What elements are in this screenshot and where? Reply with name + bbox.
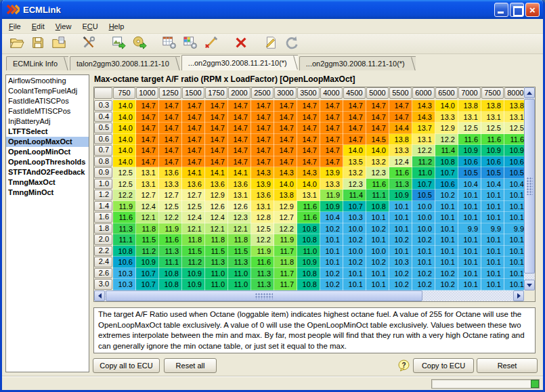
- table-cell[interactable]: 10.6: [481, 156, 504, 168]
- table-cell[interactable]: 14.7: [297, 123, 320, 134]
- table-cell[interactable]: 12.2: [435, 134, 458, 146]
- table-cell[interactable]: 11.8: [182, 234, 205, 246]
- table-cell[interactable]: 9.9: [504, 223, 524, 235]
- table-cell[interactable]: 14.3: [412, 112, 435, 123]
- table-cell[interactable]: 14.7: [159, 123, 182, 134]
- table-cell[interactable]: 11.1: [366, 190, 389, 201]
- table-cell[interactable]: 10.7: [343, 201, 366, 213]
- table-cell[interactable]: 10.4: [320, 212, 343, 223]
- table-cell[interactable]: 11.2: [136, 246, 159, 257]
- table-cell[interactable]: 13.1: [297, 190, 320, 201]
- table-cell[interactable]: 12.7: [159, 190, 182, 201]
- table-cell[interactable]: 14.7: [159, 134, 182, 146]
- table-cell[interactable]: 11.1: [113, 234, 136, 246]
- table-cell[interactable]: 14.7: [228, 123, 251, 134]
- table-cell[interactable]: 14.7: [205, 156, 228, 168]
- table-cell[interactable]: 13.9: [251, 179, 274, 190]
- help-icon[interactable]: ?: [398, 360, 410, 372]
- sidebar-item-injbatteryadj[interactable]: InjBatteryAdj: [6, 116, 89, 127]
- table-cell[interactable]: 10.1: [458, 234, 481, 246]
- table-cell[interactable]: 10.5: [412, 190, 435, 201]
- table-cell[interactable]: 10.8: [435, 156, 458, 168]
- table-cell[interactable]: 13.1: [136, 179, 159, 190]
- table-cell[interactable]: 11.3: [113, 223, 136, 235]
- table-cell[interactable]: 11.8: [274, 257, 297, 268]
- table-cell[interactable]: 14.7: [343, 123, 366, 134]
- table-cell[interactable]: 10.1: [504, 190, 524, 201]
- minimize-button[interactable]: [494, 3, 508, 17]
- row-header-3.0[interactable]: 3.0: [94, 279, 112, 290]
- column-header-750[interactable]: 750: [113, 87, 135, 99]
- column-header-7500[interactable]: 7500: [481, 87, 504, 99]
- table-cell[interactable]: 12.3: [228, 212, 251, 223]
- table-cell[interactable]: 10.1: [481, 201, 504, 213]
- table-cell[interactable]: 14.7: [297, 112, 320, 123]
- table-cell[interactable]: 10.7: [136, 268, 159, 280]
- row-header-0.6[interactable]: 0.6: [94, 134, 112, 145]
- table-cell[interactable]: 13.1: [228, 190, 251, 201]
- table-cell[interactable]: 11.0: [228, 279, 251, 290]
- table-cell[interactable]: 14.7: [205, 112, 228, 123]
- table-cell[interactable]: 10.0: [366, 246, 389, 257]
- row-header-0.7[interactable]: 0.7: [94, 145, 112, 156]
- table-cell[interactable]: 14.7: [297, 100, 320, 112]
- table-cell[interactable]: 11.8: [205, 234, 228, 246]
- table-cell[interactable]: 13.8: [458, 100, 481, 112]
- table-cell[interactable]: 14.0: [113, 100, 136, 112]
- table-cell[interactable]: 14.0: [113, 112, 136, 123]
- column-header-6500[interactable]: 6500: [435, 87, 458, 99]
- horizontal-scrollbar[interactable]: [94, 290, 524, 301]
- table-cell[interactable]: 12.5: [113, 167, 136, 179]
- table-cell[interactable]: 14.7: [251, 112, 274, 123]
- table-cell[interactable]: 10.9: [481, 145, 504, 156]
- table-cell[interactable]: 12.9: [435, 123, 458, 134]
- tab-2[interactable]: ...on2ggm30.2008.11.21-10(*): [181, 55, 298, 70]
- table-cell[interactable]: 11.9: [320, 190, 343, 201]
- table-cell[interactable]: 10.2: [435, 190, 458, 201]
- table-cell[interactable]: 10.1: [320, 234, 343, 246]
- table-cell[interactable]: 10.1: [504, 257, 524, 268]
- table-cell[interactable]: 14.7: [274, 112, 297, 123]
- table-cell[interactable]: 10.5: [504, 167, 524, 179]
- table-cell[interactable]: 12.5: [504, 123, 524, 134]
- menu-help[interactable]: Help: [104, 20, 130, 32]
- table-cell[interactable]: 10.2: [435, 268, 458, 280]
- table-cell[interactable]: 10.6: [113, 257, 136, 268]
- table-cell[interactable]: 14.7: [205, 145, 228, 156]
- column-header-4000[interactable]: 4000: [320, 87, 343, 99]
- table-cell[interactable]: 13.6: [205, 179, 228, 190]
- table-cell[interactable]: 10.1: [481, 268, 504, 280]
- table-cell[interactable]: 11.3: [251, 268, 274, 280]
- scroll-right-button[interactable]: [513, 290, 524, 301]
- table-cell[interactable]: 10.1: [366, 279, 389, 290]
- column-header-1000[interactable]: 1000: [136, 87, 158, 99]
- table-cell[interactable]: 10.0: [412, 212, 435, 223]
- table-cell[interactable]: 11.7: [274, 246, 297, 257]
- table-cell[interactable]: 14.0: [274, 179, 297, 190]
- copy-to-ecu-button[interactable]: Copy to ECU: [413, 358, 474, 373]
- sidebar-item-tmngminoct[interactable]: TmngMinOct: [6, 188, 89, 198]
- table-cell[interactable]: 14.7: [251, 100, 274, 112]
- table-cell[interactable]: 14.7: [274, 145, 297, 156]
- table-cell[interactable]: 13.8: [481, 100, 504, 112]
- table-cell[interactable]: 14.7: [297, 134, 320, 146]
- row-header-0.4[interactable]: 0.4: [94, 112, 112, 123]
- table-cell[interactable]: 13.6: [251, 190, 274, 201]
- table-cell[interactable]: 11.6: [297, 201, 320, 213]
- table-cell[interactable]: 12.6: [205, 201, 228, 213]
- row-header-2.0[interactable]: 2.0: [94, 234, 112, 245]
- row-header-0.9[interactable]: 0.9: [94, 167, 112, 178]
- table-cell[interactable]: 10.1: [366, 212, 389, 223]
- table-cell[interactable]: 11.5: [228, 246, 251, 257]
- table-cell[interactable]: 11.3: [205, 257, 228, 268]
- table-cell[interactable]: 11.6: [366, 179, 389, 190]
- row-header-1.4[interactable]: 1.4: [94, 201, 112, 212]
- tab-3[interactable]: ...on2ggm30.2008.11.21-10(*): [299, 56, 416, 70]
- table-cell[interactable]: 14.7: [182, 145, 205, 156]
- table-cell[interactable]: 10.1: [412, 246, 435, 257]
- table-cell[interactable]: 14.7: [343, 112, 366, 123]
- column-header-2000[interactable]: 2000: [228, 87, 250, 99]
- table-cell[interactable]: 14.7: [159, 112, 182, 123]
- table-cell[interactable]: 12.5: [182, 201, 205, 213]
- table-cell[interactable]: 14.7: [297, 156, 320, 168]
